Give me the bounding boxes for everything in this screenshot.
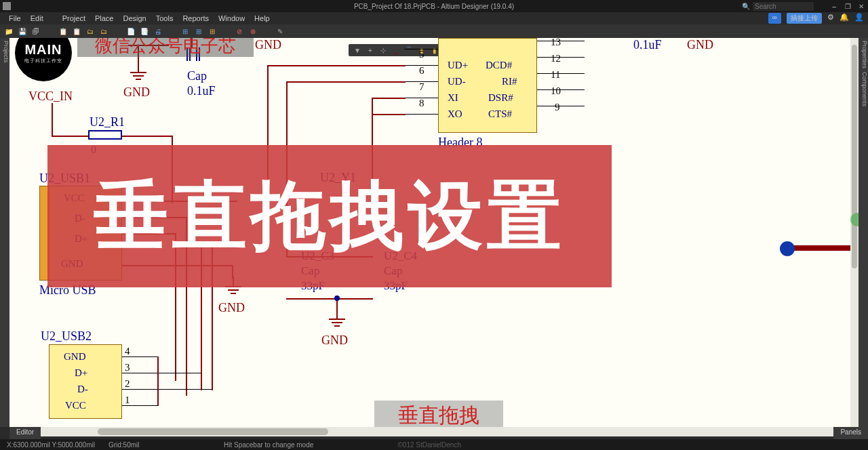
user-icon[interactable]: 👤 bbox=[854, 13, 864, 24]
ft-move-icon[interactable]: ⊹ bbox=[378, 45, 388, 55]
usb2-pin-dm: D- bbox=[77, 384, 88, 395]
ft-wire-icon[interactable]: ⎯ bbox=[391, 45, 401, 55]
cap-val: 0.1uF bbox=[187, 84, 216, 98]
menu-help[interactable]: Help bbox=[250, 14, 275, 22]
status-brand: ©012 StDanielDench bbox=[397, 441, 461, 449]
tb-sep2 bbox=[113, 26, 122, 36]
tb-cancel1-icon[interactable]: ⊘ bbox=[235, 26, 244, 36]
cursor-handle[interactable] bbox=[780, 241, 795, 256]
cap-val: 0.1uF bbox=[633, 38, 662, 52]
wire bbox=[52, 136, 88, 137]
right-dock-panel[interactable]: Properties Components bbox=[859, 38, 868, 427]
gnd-label: GND bbox=[218, 301, 245, 315]
minimize-button[interactable]: ‒ bbox=[827, 3, 841, 10]
menu-project[interactable]: Project bbox=[58, 14, 90, 22]
status-grid: Grid:50mil bbox=[102, 441, 146, 449]
hdr-10: 10 bbox=[551, 85, 561, 97]
ft-plus-icon[interactable]: + bbox=[366, 45, 375, 55]
vscroll-thumb[interactable] bbox=[852, 45, 857, 268]
junction bbox=[334, 295, 340, 301]
search-icon: 🔍 bbox=[742, 3, 750, 10]
menu-tools[interactable]: Tools bbox=[151, 14, 178, 22]
tb-grid2-icon[interactable]: ⊞ bbox=[194, 26, 203, 36]
ic-dsr: DSR# bbox=[488, 92, 513, 104]
gnd-label: GND bbox=[321, 333, 348, 348]
close-button[interactable]: ✕ bbox=[854, 3, 868, 10]
pin-line bbox=[537, 106, 585, 106]
pin-line bbox=[122, 356, 159, 357]
main-toolbar: 📁 💾 🗐 📋 📋 🗂 🗂 📄 📑 🖨 ⊞ ⊞ ⊞ ⊘ ⊗ ✎ bbox=[0, 24, 868, 38]
hscroll-thumb[interactable] bbox=[98, 428, 328, 435]
wire bbox=[267, 65, 406, 66]
chip-tag-overlay: 微信公众号电子芯 bbox=[77, 38, 254, 57]
ft-filter-icon[interactable]: ▼ bbox=[353, 45, 362, 55]
sheet-border-tick bbox=[785, 245, 859, 251]
tb-clip2-icon[interactable]: 📋 bbox=[72, 26, 81, 36]
ic-dcd: DCD# bbox=[486, 60, 512, 71]
pin-line bbox=[537, 89, 585, 90]
left-dock-panel[interactable]: Projects bbox=[0, 38, 9, 427]
tb-save-icon[interactable]: 💾 bbox=[18, 26, 27, 36]
panels-tab[interactable]: Panels bbox=[833, 427, 868, 439]
usb2-n1: 1 bbox=[125, 394, 130, 406]
gnd-label: GND bbox=[123, 85, 150, 100]
editor-tab[interactable]: Editor bbox=[9, 427, 41, 439]
schematic-canvas[interactable]: ▼ + ⊹ ⎯ ⌒ ▮ ▮ ⊞ ⎮ ⊡ ⊡ ⊡ ⊡ ⊡ GND GND Cap … bbox=[9, 38, 859, 427]
tb-file1-icon[interactable]: 🗂 bbox=[85, 26, 95, 36]
tb-doc2-icon[interactable]: 📑 bbox=[140, 26, 149, 36]
maximize-button[interactable]: ❐ bbox=[841, 3, 854, 10]
tb-copy-icon[interactable]: 🗐 bbox=[31, 26, 41, 36]
tb-clip1-icon[interactable]: 📋 bbox=[58, 26, 68, 36]
status-coords: X:6300.000mil Y:5000.000mil bbox=[0, 441, 102, 449]
gnd-label: GND bbox=[687, 38, 713, 52]
tb-sep3 bbox=[167, 26, 176, 36]
ft-arc-icon[interactable]: ⌒ bbox=[404, 45, 414, 55]
res-ref: U2_R1 bbox=[90, 115, 125, 129]
bell-icon[interactable]: 🔔 bbox=[840, 13, 849, 24]
ic-pin8: 8 bbox=[419, 98, 425, 109]
menu-reports[interactable]: Reports bbox=[178, 14, 214, 22]
usb2-n3: 3 bbox=[125, 362, 130, 373]
menu-place[interactable]: Place bbox=[90, 14, 119, 22]
menu-edit[interactable]: Edit bbox=[26, 14, 48, 22]
ic-xi: XI bbox=[448, 92, 458, 104]
pin-line bbox=[537, 73, 585, 74]
tb-grid1-icon[interactable]: ⊞ bbox=[180, 26, 190, 36]
search-input[interactable] bbox=[753, 2, 814, 11]
menu-design[interactable]: Design bbox=[118, 14, 151, 22]
tb-cancel2-icon[interactable]: ⊗ bbox=[248, 26, 258, 36]
ic-udp: UD+ bbox=[448, 60, 468, 71]
res-symbol bbox=[88, 130, 122, 140]
brand-logo: MAIN 电子科技工作室 bbox=[15, 38, 72, 81]
ic-pin6: 6 bbox=[419, 65, 425, 77]
gnd-label: GND bbox=[255, 38, 281, 52]
tb-print-icon[interactable]: 🖨 bbox=[153, 26, 163, 36]
status-hint: Hit Spacebar to change mode bbox=[224, 441, 313, 449]
menu-window[interactable]: Window bbox=[214, 14, 250, 22]
ic-xo: XO bbox=[448, 108, 462, 120]
pin-line bbox=[404, 114, 438, 115]
wire bbox=[372, 114, 406, 115]
ic-ri: RI# bbox=[502, 76, 517, 87]
ic-pin7: 7 bbox=[419, 81, 425, 93]
pin-line bbox=[537, 57, 585, 58]
vscrollbar[interactable] bbox=[850, 38, 859, 427]
tb-grid3-icon[interactable]: ⊞ bbox=[208, 26, 217, 36]
ic-udm: UD- bbox=[448, 76, 466, 87]
usb2-ref: U2_USB2 bbox=[41, 329, 92, 344]
pin-line bbox=[122, 373, 202, 373]
menu-file[interactable]: File bbox=[4, 14, 26, 22]
wire bbox=[286, 81, 406, 83]
hscrollbar[interactable] bbox=[9, 427, 850, 436]
tb-file2-icon[interactable]: 🗂 bbox=[99, 26, 108, 36]
share-cn-button[interactable]: 插接上传 bbox=[787, 13, 822, 24]
pin-line bbox=[122, 405, 159, 406]
tb-pencil-icon[interactable]: ✎ bbox=[275, 26, 285, 36]
settings-icon[interactable]: ⚙ bbox=[827, 13, 834, 24]
tb-open-icon[interactable]: 📁 bbox=[4, 26, 14, 36]
hdr-11: 11 bbox=[551, 69, 560, 81]
overlay-small: 垂直拖拽 bbox=[374, 401, 503, 427]
app-icon bbox=[3, 2, 11, 10]
tb-doc1-icon[interactable]: 📄 bbox=[126, 26, 136, 36]
share-badge-icon[interactable]: ∞ bbox=[768, 13, 781, 24]
